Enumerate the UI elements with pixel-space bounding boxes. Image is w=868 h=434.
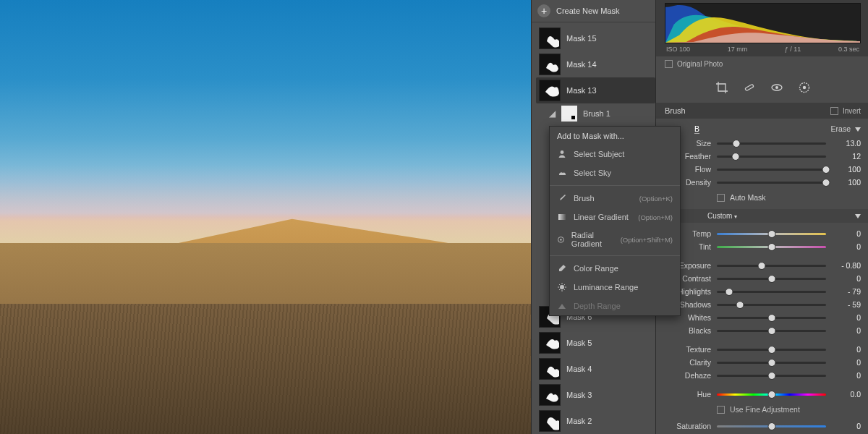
menu-item-brush[interactable]: Brush (Option+K) (550, 189, 680, 208)
heal-icon[interactable] (743, 81, 756, 94)
menu-item-radial[interactable]: Radial Gradient (Option+Shift+M) (550, 226, 680, 252)
slider-track[interactable] (717, 393, 826, 396)
slider-temp[interactable]: Temp 0 (665, 227, 861, 240)
slider-knob[interactable] (731, 153, 739, 161)
mask-name: Mask 4 (566, 365, 592, 373)
effect-preset[interactable]: Custom▾ (707, 212, 737, 220)
brush-section-title: Brush (665, 106, 686, 115)
invert-checkbox[interactable] (830, 107, 838, 115)
create-mask-row[interactable]: + Create New Mask (532, 0, 655, 22)
slider-hue[interactable]: Hue 0.0 (665, 388, 861, 401)
slider-track[interactable] (717, 182, 826, 184)
mask-item[interactable]: Mask 15 (536, 25, 655, 51)
slider-knob[interactable] (733, 140, 741, 148)
slider-whites[interactable]: Whites 0 (665, 311, 861, 324)
slider-knob[interactable] (767, 346, 775, 354)
menu-item-luminance[interactable]: Luminance Range (550, 278, 680, 297)
slider-knob[interactable] (822, 179, 830, 187)
slider-knob[interactable] (767, 275, 775, 283)
slider-knob[interactable] (767, 359, 775, 367)
slider-dehaze[interactable]: Dehaze 0 (665, 369, 861, 382)
brush-component-row[interactable]: ◢ Brush 1 (532, 103, 655, 126)
slider-texture[interactable]: Texture 0 (665, 343, 861, 356)
menu-item-depth: Depth Range (550, 297, 680, 315)
slider-value: 0 (832, 422, 861, 430)
slider-track[interactable] (717, 233, 826, 235)
visibility-icon[interactable]: ◢ (549, 109, 556, 119)
slider-knob[interactable] (767, 327, 775, 335)
slider-track[interactable] (717, 278, 826, 280)
fine-adjustment-row[interactable]: Use Fine Adjustment (665, 401, 861, 420)
svg-point-9 (775, 86, 778, 89)
slider-blacks[interactable]: Blacks 0 (665, 324, 861, 337)
slider-highlights[interactable]: Highlights - 79 (665, 285, 861, 298)
slider-knob[interactable] (767, 372, 775, 380)
slider-knob[interactable] (767, 314, 775, 322)
mask-item[interactable]: Mask 4 (536, 356, 655, 382)
slider-track[interactable] (717, 425, 826, 427)
mask-item[interactable]: Mask 5 (536, 330, 655, 356)
mask-item[interactable]: Mask 2 (536, 408, 655, 434)
slider-track[interactable] (717, 291, 826, 293)
slider-density[interactable]: Density 100 (665, 176, 861, 189)
slider-value: 13.0 (832, 139, 861, 148)
slider-knob[interactable] (757, 262, 765, 270)
slider-value: 0 (832, 274, 861, 283)
tool-strip (665, 74, 861, 103)
masking-icon[interactable] (798, 81, 811, 94)
slider-knob[interactable] (822, 166, 830, 174)
slider-track[interactable] (717, 375, 826, 377)
slider-track[interactable] (717, 349, 826, 351)
automask-checkbox[interactable] (717, 194, 725, 202)
menu-item-linear[interactable]: Linear Gradient (Option+M) (550, 208, 680, 226)
slider-exposure[interactable]: Exposure - 0.80 (665, 259, 861, 272)
slider-track[interactable] (717, 246, 826, 248)
slider-track[interactable] (717, 304, 826, 306)
slider-shadows[interactable]: Shadows - 59 (665, 298, 861, 311)
slider-knob[interactable] (725, 288, 733, 296)
redeye-icon[interactable] (770, 81, 783, 94)
mask-item[interactable]: Mask 3 (536, 382, 655, 408)
menu-item-color[interactable]: Color Range (550, 259, 680, 278)
plus-icon[interactable]: + (537, 4, 550, 17)
mask-item[interactable]: Mask 13 (536, 77, 655, 103)
slider-track[interactable] (717, 265, 826, 267)
slider-value: 0 (832, 229, 861, 238)
automask-row[interactable]: Auto Mask (665, 189, 861, 209)
slider-tint[interactable]: Tint 0 (665, 240, 861, 253)
slider-saturation[interactable]: Saturation 0 (665, 420, 861, 433)
brush-erase[interactable]: Erase (831, 124, 861, 134)
slider-track[interactable] (717, 362, 826, 364)
photo-preview (0, 0, 531, 434)
slider-size[interactable]: Size 13.0 (665, 137, 861, 150)
slider-feather[interactable]: Feather 12 (665, 150, 861, 163)
menu-item-subject[interactable]: Select Subject (550, 145, 680, 163)
slider-contrast[interactable]: Contrast 0 (665, 272, 861, 285)
add-to-mask-menu: Add to Mask with... Select Subject Selec… (549, 126, 681, 316)
slider-knob[interactable] (767, 230, 775, 238)
crop-icon[interactable] (715, 81, 728, 94)
slider-track[interactable] (717, 169, 826, 171)
slider-track[interactable] (717, 142, 826, 145)
slider-track[interactable] (717, 330, 826, 332)
histogram-aperture: ƒ / 11 (785, 46, 801, 53)
slider-knob[interactable] (767, 243, 775, 251)
brush-b[interactable]: B (694, 124, 699, 134)
slider-track[interactable] (717, 156, 826, 158)
slider-label: Texture (665, 345, 711, 354)
slider-flow[interactable]: Flow 100 (665, 163, 861, 176)
slider-knob[interactable] (767, 391, 775, 399)
mask-item[interactable]: Mask 14 (536, 51, 655, 77)
histogram[interactable] (665, 3, 861, 43)
original-checkbox[interactable] (665, 60, 673, 68)
original-photo-row[interactable]: Original Photo (665, 56, 861, 74)
menu-item-sky[interactable]: Select Sky (550, 163, 680, 182)
slider-knob[interactable] (767, 422, 775, 430)
slider-clarity[interactable]: Clarity 0 (665, 356, 861, 369)
fine-adjustment-checkbox[interactable] (717, 406, 725, 414)
mask-list-bottom: Mask 6 Mask 5 Mask 4 Mask 3 Mask 2 Mask … (536, 304, 655, 434)
slider-knob[interactable] (736, 301, 744, 309)
slider-track[interactable] (717, 317, 826, 319)
brush-icon (557, 193, 567, 203)
effect-disclosure-icon[interactable] (855, 214, 861, 218)
